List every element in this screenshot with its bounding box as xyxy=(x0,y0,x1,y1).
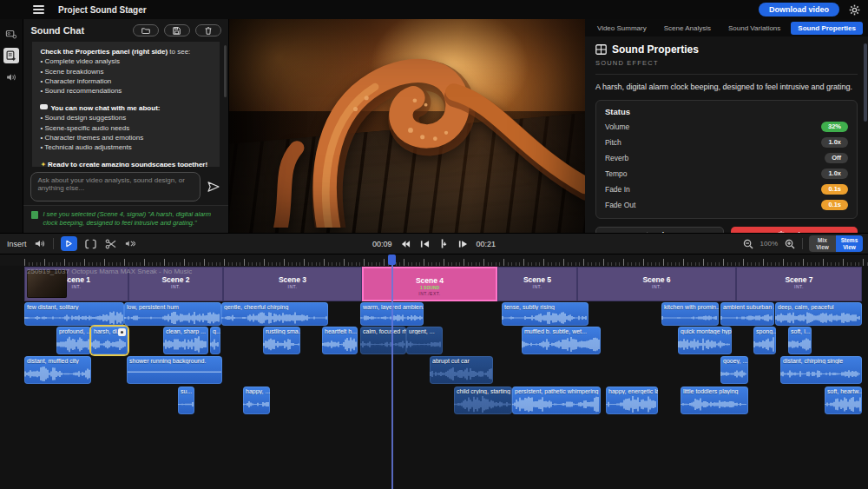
audio-clip[interactable]: urgent, ... xyxy=(406,327,443,354)
audio-clip[interactable]: su... xyxy=(178,387,194,414)
audio-clip[interactable]: calm, focused rh... xyxy=(360,327,406,354)
audio-clip[interactable]: tense, subtly rising xyxy=(502,302,589,326)
chat-panel-title: Sound Chat xyxy=(30,25,127,36)
scene-block-scene-3[interactable]: Scene 3INT. xyxy=(223,267,362,301)
audio-clip-waveform xyxy=(720,310,774,326)
status-row: Pitch1.0x xyxy=(605,137,848,148)
hamburger-menu-icon[interactable] xyxy=(33,3,44,17)
audio-clip-label: calm, focused rh... xyxy=(360,327,406,334)
audio-clip-label: rustling sma... xyxy=(263,327,300,334)
status-title: Status xyxy=(605,107,848,116)
send-message-button[interactable] xyxy=(206,180,221,194)
tab-sound-variations[interactable]: Sound Variations xyxy=(721,22,787,35)
sound-chat-tool-icon[interactable] xyxy=(3,48,19,63)
selection-status-text: I see you selected (Scene 4, signal) "A … xyxy=(43,210,220,228)
audio-monitor-icon[interactable] xyxy=(34,238,46,249)
scene-block-scene-7[interactable]: Scene 7INT. xyxy=(736,267,862,301)
settings-gear-icon[interactable] xyxy=(848,3,861,17)
status-badge: Off xyxy=(825,153,848,163)
timeline[interactable]: 250919_1037 Octopus Mama MAX Sneak - No … xyxy=(0,254,868,489)
scene-block-scene-5[interactable]: Scene 5INT. xyxy=(497,267,577,301)
download-video-button[interactable]: Download video xyxy=(759,3,839,17)
audio-clip[interactable]: spong... xyxy=(753,327,776,354)
tab-scene-analysis[interactable]: Scene Analysis xyxy=(657,22,718,35)
audio-clip-label: ambient suburban ... xyxy=(720,302,774,310)
audio-clip[interactable]: profound, ... xyxy=(56,327,91,354)
audio-clip-label: quick montage hyp... xyxy=(678,327,732,334)
timeline-ruler[interactable] xyxy=(0,254,868,266)
audio-clip[interactable]: child crying, starting xyxy=(454,387,512,414)
zoom-in-icon[interactable] xyxy=(784,238,796,250)
step-back-icon[interactable] xyxy=(419,239,431,249)
scene-block-scene-4[interactable]: Scene 41 SOUNDINT./EXT. xyxy=(362,267,497,301)
tab-video-summary[interactable]: Video Summary xyxy=(590,22,654,35)
transport-bar: Insert 00:09 xyxy=(0,233,868,254)
audio-clip[interactable]: muffled b. subtle, wet... xyxy=(522,327,601,354)
audio-clip[interactable]: distant, chirping single xyxy=(780,356,862,384)
audio-clip[interactable]: shower running background. xyxy=(127,356,222,384)
audio-clip-waveform xyxy=(56,334,91,354)
audio-clip[interactable]: persistent, pathetic whimpering xyxy=(512,387,601,414)
audio-clip[interactable]: gooey, ... xyxy=(720,356,748,384)
audio-clip[interactable]: ambient suburban ... xyxy=(720,302,774,326)
audio-clip[interactable]: abrupt cut car xyxy=(430,356,493,384)
audio-clip[interactable]: soft, heartw... xyxy=(825,387,862,414)
audio-clip[interactable]: distant, muffled city xyxy=(24,356,91,384)
chat-input[interactable] xyxy=(30,172,200,202)
frame-tool-icon[interactable] xyxy=(84,238,97,250)
audio-clip-waveform xyxy=(512,394,601,414)
playhead-marker-icon[interactable] xyxy=(438,238,450,249)
stems-view-button[interactable]: Stems View xyxy=(836,235,863,252)
step-forward-icon[interactable] xyxy=(457,239,469,249)
chat-line: • Scene-specific audio needs xyxy=(40,123,211,133)
audio-mixer-icon[interactable] xyxy=(3,69,19,85)
mix-view-button[interactable]: Mix View xyxy=(809,235,836,252)
audio-clip[interactable]: kitchen with promin... xyxy=(661,302,719,326)
skip-back-icon[interactable] xyxy=(400,239,411,249)
app-window: Project Sound Stager Download video Soun… xyxy=(0,0,868,489)
audio-clip[interactable]: low, persistent hum xyxy=(124,302,221,326)
audio-clip[interactable]: quick montage hyp... xyxy=(678,327,732,354)
chat-message-area[interactable]: Check the Properties panel (right side) … xyxy=(23,42,227,167)
audio-clip[interactable]: happy, energetic la... xyxy=(606,387,658,414)
tab-sound-properties[interactable]: Sound Properties xyxy=(791,22,863,35)
zoom-out-icon[interactable] xyxy=(742,238,754,250)
trash-button[interactable] xyxy=(195,24,221,36)
scene-block-scene-6[interactable]: Scene 6INT. xyxy=(577,267,736,301)
audio-clip-waveform xyxy=(124,310,221,326)
audio-clip[interactable]: happy, ... xyxy=(243,387,270,414)
scene-location-label: INT. xyxy=(578,284,735,290)
audio-clip[interactable]: harsh, di... xyxy=(91,327,128,354)
insert-mode-label[interactable]: Insert xyxy=(7,240,27,248)
audio-clip-waveform xyxy=(502,310,589,326)
audio-clip[interactable]: little toddlers playing xyxy=(681,387,748,414)
playhead-handle[interactable] xyxy=(388,254,396,265)
audio-clip[interactable]: deep, calm, peaceful xyxy=(775,302,862,326)
audio-clip[interactable]: clean, sharp ... xyxy=(163,327,208,354)
scene-block-scene-2[interactable]: Scene 2INT. xyxy=(128,267,223,301)
video-tools-icon[interactable] xyxy=(3,26,19,42)
audio-scrub-icon[interactable] xyxy=(124,238,136,249)
audio-clip[interactable]: heartfelt h... xyxy=(322,327,358,354)
video-preview[interactable] xyxy=(229,19,585,233)
audio-clip-waveform xyxy=(210,334,220,354)
audio-clip-waveform xyxy=(263,334,300,354)
chat-scrollbar[interactable] xyxy=(224,45,227,97)
audio-clip[interactable]: gentle, cheerful chirping xyxy=(221,302,328,326)
selection-status-note: I see you selected (Scene 4, signal) "A … xyxy=(23,205,227,233)
audio-clip[interactable]: q... xyxy=(210,327,220,354)
sparkles-icon: ✦ xyxy=(40,161,46,167)
open-folder-button[interactable] xyxy=(133,24,159,36)
panel-tabs: Video SummaryScene AnalysisSound Variati… xyxy=(585,19,868,36)
audio-clip[interactable]: few distant, solitary xyxy=(24,302,124,326)
save-button[interactable] xyxy=(164,24,190,36)
video-thumbnail xyxy=(27,270,67,298)
audio-clip[interactable]: rustling sma... xyxy=(263,327,300,354)
play-button[interactable] xyxy=(61,236,77,251)
audio-clip[interactable]: soft, i... xyxy=(788,327,812,354)
panel-scrollbar[interactable] xyxy=(864,43,867,122)
audio-clip[interactable]: warm, layered ambien... xyxy=(360,302,424,326)
scissors-cut-icon[interactable] xyxy=(104,238,117,250)
scene-name: Scene 7 xyxy=(737,275,861,284)
chat-line: • Technical audio adjustments xyxy=(40,142,211,152)
